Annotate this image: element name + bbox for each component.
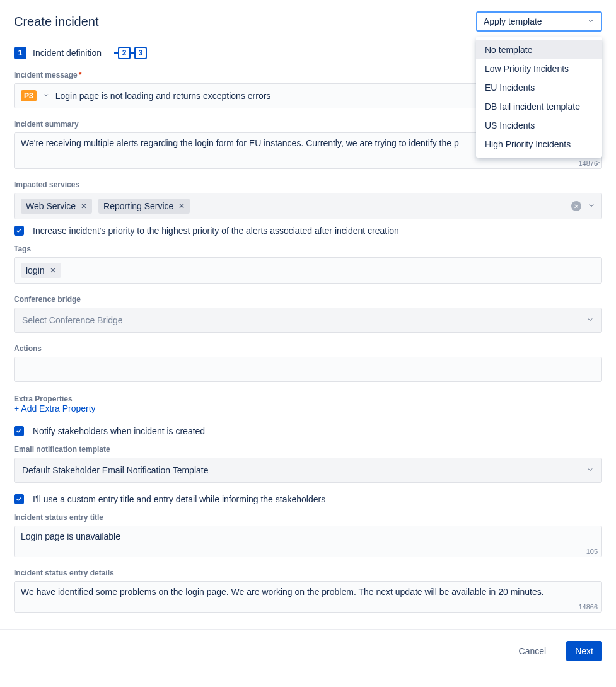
template-option-low-priority[interactable]: Low Priority Incidents [476, 59, 602, 78]
resize-handle-icon[interactable] [595, 162, 600, 167]
step-1-label: Incident definition [33, 48, 102, 58]
template-option-us[interactable]: US Incidents [476, 116, 602, 135]
tag-login: login ✕ [21, 263, 61, 278]
field-status-title: Incident status entry title Login page i… [14, 513, 602, 557]
modal-title: Create incident [14, 14, 99, 29]
chevron-down-icon [587, 16, 595, 26]
chevron-down-icon [586, 315, 594, 325]
status-title-char-count: 105 [586, 548, 598, 555]
increase-priority-label: Increase incident's priority to the high… [33, 226, 399, 236]
incident-message-value: Login page is not loading and returns ex… [55, 91, 271, 101]
close-icon[interactable]: ✕ [81, 202, 87, 211]
status-details-char-count: 14866 [578, 603, 598, 611]
field-conference-bridge: Conference bridge Select Conference Brid… [14, 295, 602, 333]
notify-stakeholders-label: Notify stakeholders when incident is cre… [33, 426, 205, 436]
conference-bridge-placeholder: Select Conference Bridge [22, 315, 123, 325]
cancel-button[interactable]: Cancel [510, 641, 555, 661]
conference-bridge-select[interactable]: Select Conference Bridge [14, 308, 602, 333]
tags-input[interactable]: login ✕ [14, 257, 602, 284]
template-option-eu[interactable]: EU Incidents [476, 78, 602, 97]
chevron-down-icon[interactable] [43, 92, 49, 100]
email-template-label: Email notification template [14, 445, 602, 454]
status-title-value: Login page is unavailable [21, 531, 120, 541]
template-option-no-template[interactable]: No template [476, 40, 602, 59]
increase-priority-row: Increase incident's priority to the high… [14, 226, 602, 236]
service-tag-reporting-label: Reporting Service [103, 201, 173, 211]
incident-summary-value: We're receiving multiple alerts regardin… [21, 138, 459, 148]
template-dropdown-menu: No template Low Priority Incidents EU In… [476, 37, 602, 158]
template-option-db-fail[interactable]: DB fail incident template [476, 97, 602, 116]
impacted-services-input[interactable]: Web Service ✕ Reporting Service ✕ ✕ [14, 193, 602, 219]
actions-input[interactable] [14, 357, 602, 382]
status-title-label: Incident status entry title [14, 513, 602, 522]
status-details-value: We have identified some problems on the … [21, 587, 544, 597]
required-indicator: * [79, 71, 82, 79]
actions-label: Actions [14, 344, 602, 353]
field-actions: Actions [14, 344, 602, 382]
notify-stakeholders-checkbox[interactable] [14, 426, 24, 436]
template-option-high-priority[interactable]: High Priority Incidents [476, 135, 602, 154]
modal-footer: Cancel Next [0, 629, 616, 673]
tag-login-label: login [26, 265, 45, 275]
close-icon[interactable]: ✕ [50, 266, 56, 275]
email-template-select[interactable]: Default Stakeholder Email Notification T… [14, 458, 602, 483]
apply-template-dropdown[interactable]: Apply template [476, 11, 602, 32]
service-tag-web-label: Web Service [26, 201, 76, 211]
template-dropdown-wrap: Apply template No template Low Priority … [476, 11, 602, 32]
add-extra-property-link[interactable]: + Add Extra Property [14, 403, 602, 413]
field-status-details: Incident status entry details We have id… [14, 569, 602, 613]
priority-badge[interactable]: P3 [21, 90, 37, 101]
field-tags: Tags login ✕ [14, 245, 602, 284]
step-2-badge[interactable]: 2 [118, 47, 131, 59]
extra-properties-label: Extra Properties [14, 395, 73, 403]
clear-all-icon[interactable]: ✕ [571, 201, 581, 211]
step-group-outline: 2 3 [114, 47, 147, 59]
create-incident-modal: Create incident Apply template No templa… [0, 0, 616, 673]
close-icon[interactable]: ✕ [178, 202, 185, 211]
email-template-value: Default Stakeholder Email Notification T… [22, 465, 208, 475]
conference-bridge-label: Conference bridge [14, 295, 602, 304]
step-1-badge[interactable]: 1 [14, 47, 26, 59]
increase-priority-checkbox[interactable] [14, 226, 24, 236]
field-impacted-services: Impacted services Web Service ✕ Reportin… [14, 180, 602, 219]
custom-entry-label: I'll use a custom entry title and entry … [33, 494, 325, 504]
step-3-badge[interactable]: 3 [134, 47, 147, 59]
tags-label: Tags [14, 245, 602, 253]
incident-message-label-text: Incident message [14, 71, 78, 79]
field-extra-properties: Extra Properties + Add Extra Property [14, 393, 602, 413]
custom-entry-row: I'll use a custom entry title and entry … [14, 494, 602, 504]
field-email-template: Email notification template Default Stak… [14, 445, 602, 483]
notify-stakeholders-row: Notify stakeholders when incident is cre… [14, 426, 602, 436]
custom-entry-checkbox[interactable] [14, 494, 24, 504]
status-title-textarea[interactable]: Login page is unavailable 105 [14, 526, 602, 557]
status-details-textarea[interactable]: We have identified some problems on the … [14, 581, 602, 613]
apply-template-label: Apply template [484, 16, 542, 26]
service-tag-reporting: Reporting Service ✕ [98, 199, 190, 214]
chevron-down-icon [586, 465, 594, 475]
service-tag-web: Web Service ✕ [21, 199, 92, 214]
modal-header: Create incident Apply template No templa… [0, 0, 616, 32]
impacted-services-label: Impacted services [14, 180, 602, 189]
status-details-label: Incident status entry details [14, 569, 602, 577]
chevron-down-icon[interactable] [588, 201, 595, 211]
next-button[interactable]: Next [566, 641, 602, 661]
